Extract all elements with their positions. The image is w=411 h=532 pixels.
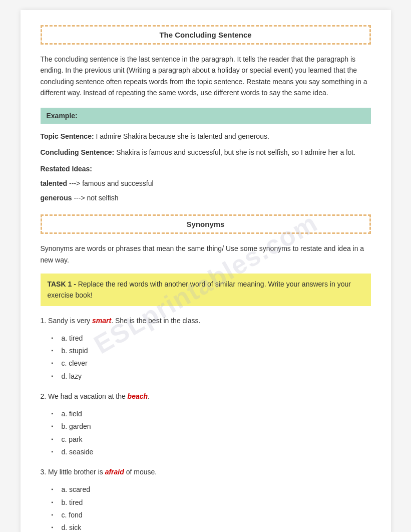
- q3-keyword: afraid: [105, 468, 124, 476]
- question-3: 3. My little brother is afraid of mouse.: [41, 466, 371, 477]
- intro-text: The concluding sentence is the last sent…: [41, 54, 371, 99]
- q1-keyword: smart: [92, 317, 111, 325]
- example-label: Example:: [41, 108, 371, 124]
- q2-number: 2.: [41, 392, 47, 400]
- q3-number: 3.: [41, 468, 47, 476]
- task-text: Replace the red words with another word …: [48, 280, 351, 299]
- idea-row-1: talented ---> famous and successful: [41, 178, 371, 189]
- question-2: 2. We had a vacation at the beach.: [41, 391, 371, 402]
- q3-after: of mouse.: [124, 468, 157, 476]
- list-item: a. field: [56, 408, 371, 420]
- q1-after: . She is the best in the class.: [111, 317, 200, 325]
- topic-sentence: Topic Sentence: I admire Shakira because…: [41, 131, 371, 142]
- idea-meaning-2: not selfish: [87, 194, 118, 202]
- synonyms-header: Synonyms: [41, 214, 371, 234]
- q3-options: a. scared b. tired c. fond d. sick: [41, 483, 371, 532]
- list-item: d. seaside: [56, 446, 371, 458]
- restated-ideas-label: Restated Ideas:: [41, 165, 371, 173]
- list-item: b. garden: [56, 420, 371, 433]
- list-item: d. sick: [56, 521, 371, 532]
- list-item: b. tired: [56, 496, 371, 509]
- q2-options: a. field b. garden c. park d. seaside: [41, 408, 371, 458]
- idea-row-2: generous ---> not selfish: [41, 192, 371, 203]
- list-item: b. stupid: [56, 345, 371, 357]
- q2-after: .: [148, 392, 150, 400]
- list-item: a. scared: [56, 483, 371, 496]
- topic-sentence-label: Topic Sentence:: [41, 132, 94, 140]
- page-container: ESLprintables.com The Concluding Sentenc…: [21, 10, 391, 532]
- synonyms-section: Synonyms Synonyms are words or phrases t…: [41, 214, 371, 532]
- list-item: a. tired: [56, 332, 371, 345]
- idea-arrow-1: --->: [67, 179, 82, 187]
- q1-before: Sandy is very: [46, 317, 92, 325]
- concluding-sentence-label: Concluding Sentence:: [41, 148, 115, 156]
- list-item: d. lazy: [56, 370, 371, 383]
- concluding-sentence: Concluding Sentence: Shakira is famous a…: [41, 147, 371, 158]
- idea-arrow-2: --->: [72, 194, 87, 202]
- q2-before: We had a vacation at the: [46, 392, 127, 400]
- concluding-sentence-text: Shakira is famous and successful, but sh…: [114, 148, 355, 156]
- q3-before: My little brother is: [46, 468, 105, 476]
- question-1: 1. Sandy is very smart. She is the best …: [41, 315, 371, 326]
- task-box: TASK 1 - Replace the red words with anot…: [41, 274, 371, 306]
- synonyms-intro: Synonyms are words or phrases that mean …: [41, 243, 371, 265]
- q1-number: 1.: [41, 317, 47, 325]
- idea-word-2: generous: [41, 194, 72, 202]
- list-item: c. park: [56, 433, 371, 446]
- list-item: c. clever: [56, 357, 371, 370]
- list-item: c. fond: [56, 509, 371, 521]
- task-label: TASK 1 -: [48, 280, 76, 288]
- section-header-title: The Concluding Sentence: [41, 25, 371, 45]
- q1-options: a. tired b. stupid c. clever d. lazy: [41, 332, 371, 383]
- idea-meaning-1: famous and successful: [82, 179, 153, 187]
- idea-word-1: talented: [41, 179, 68, 187]
- q2-keyword: beach: [128, 392, 148, 400]
- topic-sentence-text: I admire Shakira because she is talented…: [94, 132, 269, 140]
